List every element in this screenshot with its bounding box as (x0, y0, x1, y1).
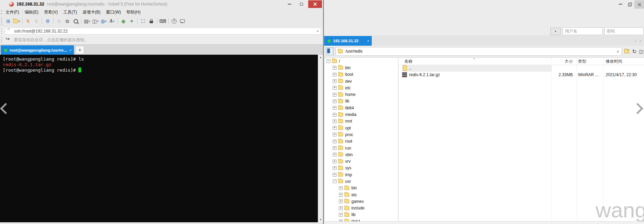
find-button[interactable] (72, 17, 80, 25)
toolbar-grip[interactable] (1, 18, 2, 25)
toggle-tree-pane-button[interactable] (326, 47, 334, 55)
horizontal-scrollbar[interactable] (324, 221, 644, 224)
password-field[interactable] (604, 27, 644, 35)
expand-icon[interactable]: + (333, 99, 337, 103)
tree-item-include[interactable]: +include (324, 205, 398, 212)
expand-icon[interactable]: + (333, 93, 337, 97)
web-browser-button[interactable]: ◍▾ (100, 17, 108, 25)
expand-icon[interactable]: + (333, 173, 337, 177)
scroll-down-icon[interactable]: ▼ (318, 218, 323, 221)
tree-item-home[interactable]: +home (324, 91, 398, 98)
expand-icon[interactable]: + (339, 213, 343, 217)
tab-close-icon[interactable]: × (69, 45, 72, 55)
tree-item-etc[interactable]: +etc (324, 191, 398, 198)
expand-icon[interactable]: + (333, 79, 337, 83)
tree-item-srv[interactable]: +srv (324, 158, 398, 164)
tree-item-usr[interactable]: −usr (324, 178, 398, 185)
restore-button[interactable] (625, 0, 634, 8)
expand-icon[interactable]: + (333, 166, 337, 170)
expand-icon[interactable]: + (333, 66, 337, 70)
path-dropdown-icon[interactable]: ∨ (617, 47, 619, 55)
new-tab-button[interactable]: + (76, 46, 84, 54)
tree-item-bin[interactable]: +bin (324, 185, 398, 191)
expand-icon[interactable]: + (333, 106, 337, 110)
tab-scroll-right-icon[interactable]: › (640, 35, 641, 46)
menu-item-4[interactable]: 工具(T) (60, 8, 79, 16)
expand-icon[interactable]: + (333, 113, 337, 117)
column-header-modified[interactable]: 修改时间 (606, 58, 622, 65)
expand-icon[interactable]: + (333, 140, 337, 143)
expand-icon[interactable]: + (333, 86, 337, 90)
menu-item-1[interactable]: 文件(F) (3, 8, 22, 16)
disconnect-button[interactable]: ↯ (32, 17, 40, 25)
expand-icon[interactable]: + (333, 133, 337, 136)
column-header-type[interactable]: 类型 (578, 58, 586, 65)
tree-item-proc[interactable]: +proc (324, 131, 398, 138)
add-session-arrow-icon[interactable]: ↪ (6, 36, 10, 42)
path-input[interactable]: /usr/redis ∨ (335, 47, 622, 56)
username-field[interactable] (562, 27, 603, 35)
address-input[interactable]: ssh://root@192.168.31.32:22 ▾ (5, 28, 321, 35)
tab-active-session[interactable]: root@wangpengliang:/usr/re... × (1, 45, 74, 55)
tree-item-lib[interactable]: +lib (324, 98, 398, 105)
tree-item-games[interactable]: +games (324, 198, 398, 205)
new-session-button[interactable]: ⊞ (4, 17, 12, 25)
session-properties-button[interactable]: ⚙ (44, 17, 52, 25)
tree-item-lib[interactable]: +lib (324, 212, 398, 218)
menu-item-6[interactable]: 窗口(W) (103, 8, 124, 16)
tree-item-sbin[interactable]: +sbin (324, 151, 398, 158)
menubar-grip[interactable] (1, 10, 2, 14)
expand-icon[interactable]: + (333, 153, 337, 156)
font-button[interactable]: A▾ (108, 17, 116, 25)
help-button[interactable]: ? (170, 17, 178, 25)
xagent-button[interactable]: ◉ (119, 17, 127, 25)
expand-icon[interactable]: + (339, 193, 343, 197)
tree-item-root[interactable]: +root (324, 138, 398, 145)
tree-item-tmp[interactable]: +tmp (324, 171, 398, 178)
file-row[interactable]: redis-6.2.1.tar.gz 2.33MB WinRAR ... 202… (399, 72, 644, 78)
terminal-screen[interactable]: [root@wangpengliang redis]# ls redis-6.2… (0, 55, 318, 222)
expand-icon[interactable]: + (339, 186, 343, 190)
menu-item-7[interactable]: 帮助(H) (124, 8, 143, 16)
tab-scroll-left-icon[interactable]: ‹ (635, 35, 636, 46)
tree-item-opt[interactable]: +opt (324, 125, 398, 131)
collapse-icon[interactable]: − (333, 179, 337, 183)
close-button[interactable] (308, 0, 322, 8)
tile-layout-button[interactable]: ◫▾ (91, 17, 100, 25)
expand-icon[interactable]: + (339, 206, 343, 210)
expand-icon[interactable]: + (333, 73, 337, 77)
view-columns-button[interactable]: ◫ ▾ (638, 48, 644, 55)
tree-item-mnt[interactable]: +mnt (324, 118, 398, 125)
lock-screen-button[interactable] (147, 17, 155, 25)
tab-active-host[interactable]: 192.168.31.32 × (324, 36, 372, 46)
column-header-name[interactable]: 名称 (404, 58, 413, 65)
address-dropdown-icon[interactable]: ▾ (317, 28, 319, 34)
menu-item-3[interactable]: 查看(V) (41, 8, 60, 16)
expand-icon[interactable]: + (333, 119, 337, 123)
parent-directory-button[interactable]: ↑ (623, 48, 630, 55)
expand-icon[interactable]: + (333, 160, 337, 163)
tab-close-icon[interactable]: × (367, 36, 369, 46)
minimize-button[interactable] (284, 0, 295, 8)
menu-item-5[interactable]: 选项卡(B) (80, 8, 103, 16)
terminal-scrollbar[interactable]: ▲ ▼ (318, 55, 323, 222)
feedback-button[interactable] (178, 17, 187, 25)
scroll-up-icon[interactable]: ▲ (318, 56, 323, 59)
fullscreen-button[interactable]: ⛶ (139, 17, 147, 25)
tree-item-boot[interactable]: +boot (324, 71, 398, 78)
tree-item-root[interactable]: −/ (324, 58, 398, 64)
virtual-keyboard-button[interactable]: ⌨ (159, 17, 167, 25)
connect-button[interactable]: ↯ (24, 17, 32, 25)
xftp-transfer-button[interactable]: ✦ (127, 17, 136, 25)
close-button[interactable] (634, 0, 644, 9)
paste-button[interactable]: ⧉ (63, 17, 72, 25)
copy-button[interactable]: ⧉ (55, 17, 63, 25)
tree-item-run[interactable]: +run (324, 145, 398, 151)
addressbar-grip[interactable] (1, 28, 2, 34)
file-row-parent[interactable]: .. (399, 65, 644, 72)
print-button[interactable]: ▤▾ (83, 17, 91, 25)
collapse-icon[interactable]: − (326, 59, 330, 63)
tree-item-media[interactable]: +media (324, 111, 398, 118)
tree-item-sys[interactable]: +sys (324, 165, 398, 171)
refresh-button[interactable]: ↻ (631, 48, 638, 55)
